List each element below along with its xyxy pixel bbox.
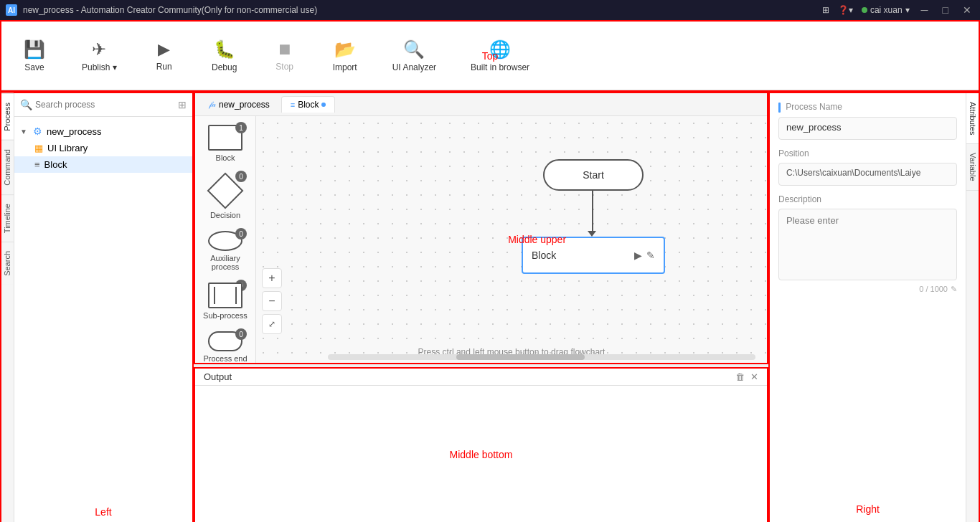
decision-shape-label: Decision xyxy=(210,211,240,219)
canvas-scrollbar-h[interactable] xyxy=(328,354,755,360)
description-input[interactable] xyxy=(778,209,957,280)
canvas-scroll-thumb[interactable] xyxy=(456,354,585,360)
close-button[interactable]: ✕ xyxy=(960,4,974,16)
username: cai xuan xyxy=(870,5,903,15)
browser-icon: 🌐 xyxy=(489,39,511,60)
right-sidebar: Process Name new_process Position C:\Use… xyxy=(768,92,980,522)
edit-icon[interactable]: ✎ xyxy=(951,285,957,294)
built-in-browser-button[interactable]: 🌐 Built in browser xyxy=(462,34,538,78)
new-process-tab-label: new_process xyxy=(219,100,270,110)
ui-analyzer-label: UI Analyzer xyxy=(392,62,436,72)
block-shape-label: Block xyxy=(216,153,235,162)
save-button[interactable]: 💾 Save xyxy=(13,34,56,78)
right-tab-attributes[interactable]: Attributes xyxy=(966,93,979,144)
left-sidebar: Process Command Timeline Search 🔍 ⊞ ▼ ⚙ … xyxy=(0,92,194,522)
grid-icon[interactable]: ⊞ xyxy=(822,5,829,15)
processend-badge: 0 xyxy=(235,328,247,340)
shape-item-subprocess[interactable]: 0 Sub-process xyxy=(198,280,253,323)
process-icon: ⚙ xyxy=(33,125,42,137)
block-actions: ▶ ✎ xyxy=(634,250,655,261)
process-name-value[interactable]: new_process xyxy=(778,117,957,140)
output-header: Output 🗑 ✕ xyxy=(195,369,767,386)
output-area: Output 🗑 ✕ Middle bottom xyxy=(194,367,768,522)
minimize-button[interactable]: ─ xyxy=(918,4,931,16)
auxiliary-shape-label: Auxiliary process xyxy=(201,254,250,271)
flow-block-node[interactable]: Block ▶ ✎ xyxy=(522,237,665,274)
ui-analyzer-button[interactable]: 🔍 UI Analyzer xyxy=(384,34,445,78)
output-actions: 🗑 ✕ xyxy=(735,371,758,382)
import-button[interactable]: 📂 Import xyxy=(324,34,367,78)
canvas-area: 𝒻𝒶 new_process ≡ Block 1 Block xyxy=(194,92,768,364)
stop-icon: ⏹ xyxy=(277,40,293,59)
block-tab-icon: ≡ xyxy=(291,100,295,109)
flow-arrow-head xyxy=(588,231,596,237)
ui-analyzer-icon: 🔍 xyxy=(403,39,425,60)
sidebar-tab-process[interactable]: Process xyxy=(1,93,14,140)
expand-icon: ▼ xyxy=(20,128,29,136)
search-input[interactable] xyxy=(35,100,175,110)
stop-button[interactable]: ⏹ Stop xyxy=(263,34,306,77)
output-content: Middle bottom xyxy=(195,386,767,522)
sidebar-tab-timeline[interactable]: Timeline xyxy=(1,194,14,242)
canvas-tab-block[interactable]: ≡ Block xyxy=(281,96,336,113)
flow-arrow-vertical xyxy=(592,191,593,234)
zoom-out-button[interactable]: − xyxy=(262,291,282,311)
tree-root-item[interactable]: ▼ ⚙ new_process xyxy=(14,123,192,140)
run-icon: ▶ xyxy=(158,40,170,59)
flow-start-node: Start xyxy=(543,159,644,191)
right-sidebar-tabs: Attributes Variable xyxy=(966,93,979,522)
attr-position: Position C:\Users\caixuan\Documents\Laiy… xyxy=(778,148,957,186)
toolbar: 💾 Save ✈ Publish ▾ ▶ Run 🐛 Debug ⏹ Stop … xyxy=(0,20,980,92)
search-icon: 🔍 xyxy=(20,99,32,110)
new-process-tab-icon: 𝒻𝒶 xyxy=(209,100,216,109)
canvas-controls: + − ⤢ xyxy=(262,268,282,334)
left-sidebar-tabs: Process Command Timeline Search xyxy=(1,93,14,522)
output-close-icon[interactable]: ✕ xyxy=(750,371,758,382)
tree-item-block[interactable]: ≡ Block xyxy=(14,156,192,173)
play-icon[interactable]: ▶ xyxy=(634,250,642,261)
run-button[interactable]: ▶ Run xyxy=(143,34,186,77)
ui-lib-icon: ▦ xyxy=(34,143,43,153)
block-badge: 1 xyxy=(235,122,247,133)
canvas-tab-new-process[interactable]: 𝒻𝒶 new_process xyxy=(201,97,278,113)
attr-process-name: Process Name new_process xyxy=(778,102,957,140)
auxiliary-badge: 0 xyxy=(235,228,247,239)
shape-item-processend[interactable]: 0 Process end xyxy=(198,328,253,363)
browser-label: Built in browser xyxy=(471,62,529,72)
canvas-content: 1 Block 0 Decision 0 xyxy=(195,116,767,363)
block-icon: ≡ xyxy=(34,159,40,170)
debug-button[interactable]: 🐛 Debug xyxy=(203,34,246,78)
decision-badge: 0 xyxy=(235,171,247,182)
right-content: Process Name new_process Position C:\Use… xyxy=(770,93,966,522)
flowchart-area[interactable]: Start Block ▶ ✎ xyxy=(256,116,767,363)
publish-label: Publish ▾ xyxy=(82,62,117,72)
shape-item-decision[interactable]: 0 Decision xyxy=(198,171,253,222)
help-icon[interactable]: ❓▾ xyxy=(838,5,853,15)
app-icon: AI xyxy=(6,4,17,16)
edit-icon[interactable]: ✎ xyxy=(646,250,655,261)
zoom-in-button[interactable]: + xyxy=(262,268,282,288)
user-chevron-icon[interactable]: ▾ xyxy=(905,5,910,15)
save-label: Save xyxy=(24,62,44,72)
fit-button[interactable]: ⤢ xyxy=(262,314,282,334)
title-bar: AI new_process - Automation Creator Comm… xyxy=(0,0,980,20)
maximize-button[interactable]: □ xyxy=(940,4,951,16)
output-region-label: Middle bottom xyxy=(450,449,513,460)
output-trash-icon[interactable]: 🗑 xyxy=(735,371,745,382)
position-label: Position xyxy=(778,148,957,158)
run-label: Run xyxy=(156,62,172,72)
subprocess-shape-label: Sub-process xyxy=(203,311,248,320)
grid-icon[interactable]: ⊞ xyxy=(178,99,187,110)
publish-button[interactable]: ✈ Publish ▾ xyxy=(73,34,126,78)
right-tab-variable[interactable]: Variable xyxy=(966,144,979,191)
import-label: Import xyxy=(333,62,357,72)
process-name-indicator xyxy=(778,103,781,113)
sidebar-tab-search[interactable]: Search xyxy=(1,242,14,285)
shape-item-auxiliary[interactable]: 0 Auxiliary process xyxy=(198,228,253,274)
char-count: 0 / 1000 ✎ xyxy=(778,285,957,294)
description-label: Description xyxy=(778,194,957,204)
stop-label: Stop xyxy=(275,62,293,72)
tree-item-ui-library[interactable]: ▦ UI Library xyxy=(14,140,192,156)
sidebar-tab-command[interactable]: Command xyxy=(1,140,14,194)
shape-item-block[interactable]: 1 Block xyxy=(198,122,253,165)
